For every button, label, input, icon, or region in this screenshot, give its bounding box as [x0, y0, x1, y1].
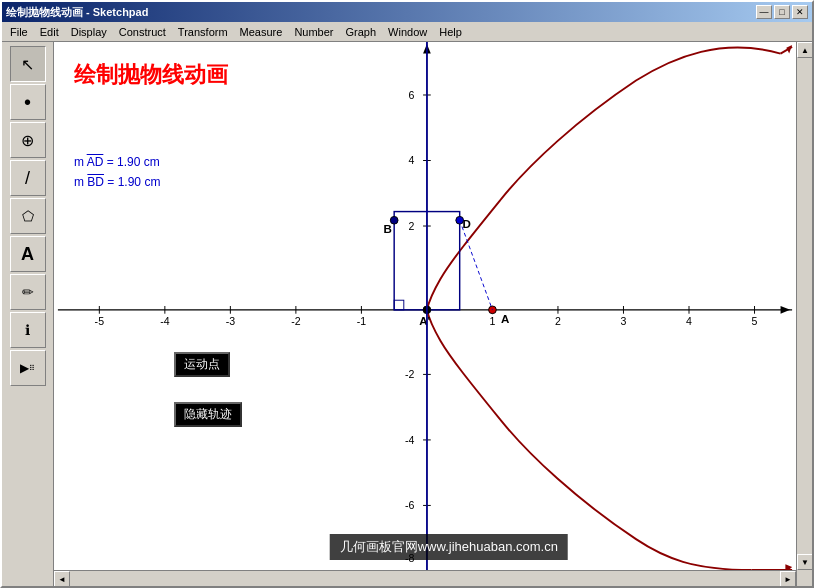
svg-text:-1: -1: [357, 315, 367, 327]
menu-construct[interactable]: Construct: [113, 24, 172, 40]
canvas-title: 绘制抛物线动画: [74, 60, 228, 90]
close-button[interactable]: ✕: [792, 5, 808, 19]
svg-rect-40: [394, 300, 404, 310]
svg-line-50: [460, 220, 493, 310]
point-tool[interactable]: •: [10, 84, 46, 120]
hand-tool[interactable]: ▶⠿: [10, 350, 46, 386]
measurements: m AD = 1.90 cm m BD = 1.90 cm: [74, 152, 160, 192]
scrollbar-corner: [796, 570, 812, 586]
motion-button[interactable]: 运动点: [174, 352, 230, 377]
text-tool[interactable]: A: [10, 236, 46, 272]
svg-text:3: 3: [621, 315, 627, 327]
scroll-up-button[interactable]: ▲: [797, 42, 812, 58]
svg-text:6: 6: [409, 89, 415, 101]
menu-graph[interactable]: Graph: [340, 24, 383, 40]
canvas-content: 6 4 2 -2 -4 -6 -8: [54, 42, 796, 570]
scroll-left-button[interactable]: ◄: [54, 571, 70, 586]
window-title: 绘制抛物线动画 - Sketchpad: [6, 5, 148, 20]
canvas: 6 4 2 -2 -4 -6 -8: [54, 42, 796, 570]
main-content: ↖ • ⊕ / ⬠ A ✏ ℹ ▶⠿: [2, 42, 812, 586]
svg-text:B: B: [384, 223, 392, 235]
maximize-button[interactable]: □: [774, 5, 790, 19]
svg-text:-2: -2: [405, 368, 415, 380]
hide-trace-button[interactable]: 隐藏轨迹: [174, 402, 242, 427]
scroll-h-track[interactable]: [70, 571, 780, 586]
compass-tool[interactable]: ⊕: [10, 122, 46, 158]
menu-help[interactable]: Help: [433, 24, 468, 40]
scroll-right-button[interactable]: ►: [780, 571, 796, 586]
menu-transform[interactable]: Transform: [172, 24, 234, 40]
svg-text:-5: -5: [95, 315, 105, 327]
custom-tool[interactable]: ✏: [10, 274, 46, 310]
titlebar: 绘制抛物线动画 - Sketchpad — □ ✕: [2, 2, 812, 22]
menu-measure[interactable]: Measure: [234, 24, 289, 40]
vertical-scrollbar: ▲ ▼: [796, 42, 812, 570]
svg-text:A': A': [419, 315, 430, 327]
svg-text:-6: -6: [405, 499, 415, 511]
menubar: File Edit Display Construct Transform Me…: [2, 22, 812, 42]
svg-text:-4: -4: [405, 434, 415, 446]
svg-marker-3: [781, 306, 791, 314]
menu-number[interactable]: Number: [288, 24, 339, 40]
svg-text:2: 2: [555, 315, 561, 327]
select-tool[interactable]: ↖: [10, 46, 46, 82]
polygon-tool[interactable]: ⬠: [10, 198, 46, 234]
horizontal-scrollbar: ◄ ►: [54, 570, 796, 586]
svg-text:-4: -4: [160, 315, 170, 327]
minimize-button[interactable]: —: [756, 5, 772, 19]
menu-edit[interactable]: Edit: [34, 24, 65, 40]
main-window: 绘制抛物线动画 - Sketchpad — □ ✕ File Edit Disp…: [0, 0, 814, 588]
menu-file[interactable]: File: [4, 24, 34, 40]
menu-display[interactable]: Display: [65, 24, 113, 40]
line-tool[interactable]: /: [10, 160, 46, 196]
svg-point-47: [390, 216, 398, 224]
measurement-bd: m BD = 1.90 cm: [74, 172, 160, 192]
svg-text:2: 2: [409, 220, 415, 232]
svg-marker-37: [786, 45, 792, 54]
scroll-down-button[interactable]: ▼: [797, 554, 812, 570]
svg-text:-2: -2: [291, 315, 301, 327]
bottom-row: ◄ ►: [54, 570, 812, 586]
svg-text:A: A: [501, 313, 510, 325]
svg-text:4: 4: [686, 315, 692, 327]
watermark: 几何画板官网www.jihehuaban.com.cn: [330, 534, 568, 560]
toolbar: ↖ • ⊕ / ⬠ A ✏ ℹ ▶⠿: [2, 42, 54, 586]
svg-text:1: 1: [489, 315, 495, 327]
window-controls: — □ ✕: [756, 5, 808, 19]
svg-text:4: 4: [409, 154, 415, 166]
scroll-v-track[interactable]: [797, 58, 812, 554]
measurement-ad: m AD = 1.90 cm: [74, 152, 160, 172]
menu-window[interactable]: Window: [382, 24, 433, 40]
svg-text:-3: -3: [226, 315, 236, 327]
info-tool[interactable]: ℹ: [10, 312, 46, 348]
svg-text:5: 5: [752, 315, 758, 327]
